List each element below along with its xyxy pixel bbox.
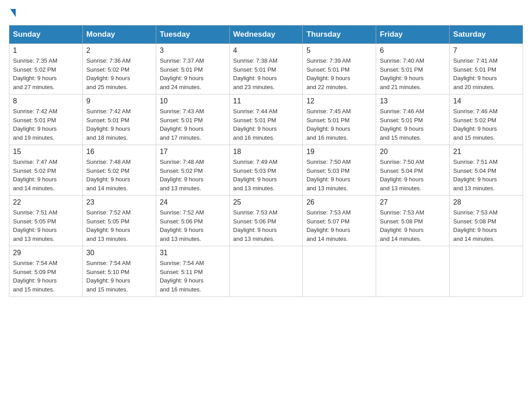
calendar-header-row: SundayMondayTuesdayWednesdayThursdayFrid… xyxy=(9,26,523,44)
calendar-week-row: 29 Sunrise: 7:54 AM Sunset: 5:09 PM Dayl… xyxy=(9,246,523,297)
day-info: Sunrise: 7:54 AM Sunset: 5:10 PM Dayligh… xyxy=(86,259,152,294)
day-info: Sunrise: 7:51 AM Sunset: 5:04 PM Dayligh… xyxy=(453,158,519,193)
calendar-cell: 26 Sunrise: 7:53 AM Sunset: 5:07 PM Dayl… xyxy=(303,196,376,246)
calendar-cell: 12 Sunrise: 7:45 AM Sunset: 5:01 PM Dayl… xyxy=(303,94,376,145)
calendar-cell: 21 Sunrise: 7:51 AM Sunset: 5:04 PM Dayl… xyxy=(450,145,523,196)
calendar-cell xyxy=(376,246,450,297)
day-info: Sunrise: 7:51 AM Sunset: 5:05 PM Dayligh… xyxy=(13,208,79,243)
calendar-week-row: 8 Sunrise: 7:42 AM Sunset: 5:01 PM Dayli… xyxy=(9,94,523,145)
calendar-cell: 14 Sunrise: 7:46 AM Sunset: 5:02 PM Dayl… xyxy=(450,94,523,145)
day-info: Sunrise: 7:54 AM Sunset: 5:09 PM Dayligh… xyxy=(13,259,79,294)
day-number: 17 xyxy=(160,148,226,156)
calendar-cell: 18 Sunrise: 7:49 AM Sunset: 5:03 PM Dayl… xyxy=(229,145,303,196)
day-info: Sunrise: 7:48 AM Sunset: 5:02 PM Dayligh… xyxy=(160,158,226,193)
day-info: Sunrise: 7:49 AM Sunset: 5:03 PM Dayligh… xyxy=(233,158,299,193)
day-number: 10 xyxy=(160,97,226,105)
day-number: 6 xyxy=(380,47,446,55)
day-info: Sunrise: 7:46 AM Sunset: 5:01 PM Dayligh… xyxy=(380,107,446,142)
day-info: Sunrise: 7:38 AM Sunset: 5:01 PM Dayligh… xyxy=(233,56,299,91)
calendar-cell: 3 Sunrise: 7:37 AM Sunset: 5:01 PM Dayli… xyxy=(156,44,229,94)
day-number: 11 xyxy=(233,97,299,105)
day-info: Sunrise: 7:53 AM Sunset: 5:07 PM Dayligh… xyxy=(306,208,372,243)
day-number: 21 xyxy=(453,148,519,156)
calendar-cell: 29 Sunrise: 7:54 AM Sunset: 5:09 PM Dayl… xyxy=(9,246,83,297)
logo-triangle-icon xyxy=(10,9,16,17)
calendar-cell: 11 Sunrise: 7:44 AM Sunset: 5:01 PM Dayl… xyxy=(229,94,303,145)
day-info: Sunrise: 7:43 AM Sunset: 5:01 PM Dayligh… xyxy=(160,107,226,142)
day-number: 25 xyxy=(233,198,299,206)
day-number: 5 xyxy=(306,47,372,55)
day-info: Sunrise: 7:41 AM Sunset: 5:01 PM Dayligh… xyxy=(453,56,519,91)
day-number: 3 xyxy=(160,47,226,55)
calendar-cell: 20 Sunrise: 7:50 AM Sunset: 5:04 PM Dayl… xyxy=(376,145,450,196)
day-info: Sunrise: 7:36 AM Sunset: 5:02 PM Dayligh… xyxy=(86,56,152,91)
calendar-cell xyxy=(303,246,376,297)
day-info: Sunrise: 7:40 AM Sunset: 5:01 PM Dayligh… xyxy=(380,56,446,91)
calendar-cell: 28 Sunrise: 7:53 AM Sunset: 5:08 PM Dayl… xyxy=(450,196,523,246)
weekday-header-saturday: Saturday xyxy=(450,26,523,44)
day-number: 9 xyxy=(86,97,152,105)
day-info: Sunrise: 7:39 AM Sunset: 5:01 PM Dayligh… xyxy=(306,56,372,91)
day-number: 30 xyxy=(86,249,152,257)
day-info: Sunrise: 7:46 AM Sunset: 5:02 PM Dayligh… xyxy=(453,107,519,142)
calendar-week-row: 1 Sunrise: 7:35 AM Sunset: 5:02 PM Dayli… xyxy=(9,44,523,94)
day-info: Sunrise: 7:42 AM Sunset: 5:01 PM Dayligh… xyxy=(86,107,152,142)
calendar-cell: 8 Sunrise: 7:42 AM Sunset: 5:01 PM Dayli… xyxy=(9,94,83,145)
day-number: 15 xyxy=(13,148,79,156)
day-number: 16 xyxy=(86,148,152,156)
day-info: Sunrise: 7:52 AM Sunset: 5:06 PM Dayligh… xyxy=(160,208,226,243)
calendar-cell: 19 Sunrise: 7:50 AM Sunset: 5:03 PM Dayl… xyxy=(303,145,376,196)
weekday-header-sunday: Sunday xyxy=(9,26,83,44)
day-number: 27 xyxy=(380,198,446,206)
day-number: 8 xyxy=(13,97,79,105)
day-info: Sunrise: 7:53 AM Sunset: 5:06 PM Dayligh… xyxy=(233,208,299,243)
calendar-cell: 31 Sunrise: 7:54 AM Sunset: 5:11 PM Dayl… xyxy=(156,246,229,297)
day-info: Sunrise: 7:53 AM Sunset: 5:08 PM Dayligh… xyxy=(453,208,519,243)
calendar-cell: 10 Sunrise: 7:43 AM Sunset: 5:01 PM Dayl… xyxy=(156,94,229,145)
day-number: 28 xyxy=(453,198,519,206)
day-number: 19 xyxy=(306,148,372,156)
calendar-week-row: 15 Sunrise: 7:47 AM Sunset: 5:02 PM Dayl… xyxy=(9,145,523,196)
logo xyxy=(9,9,16,16)
day-number: 14 xyxy=(453,97,519,105)
day-number: 7 xyxy=(453,47,519,55)
day-info: Sunrise: 7:45 AM Sunset: 5:01 PM Dayligh… xyxy=(306,107,372,142)
day-number: 1 xyxy=(13,47,79,55)
calendar-cell: 17 Sunrise: 7:48 AM Sunset: 5:02 PM Dayl… xyxy=(156,145,229,196)
calendar-cell: 30 Sunrise: 7:54 AM Sunset: 5:10 PM Dayl… xyxy=(82,246,156,297)
day-number: 31 xyxy=(160,249,226,257)
day-info: Sunrise: 7:44 AM Sunset: 5:01 PM Dayligh… xyxy=(233,107,299,142)
calendar-cell: 2 Sunrise: 7:36 AM Sunset: 5:02 PM Dayli… xyxy=(82,44,156,94)
weekday-header-friday: Friday xyxy=(376,26,450,44)
weekday-header-tuesday: Tuesday xyxy=(156,26,229,44)
calendar-week-row: 22 Sunrise: 7:51 AM Sunset: 5:05 PM Dayl… xyxy=(9,196,523,246)
day-info: Sunrise: 7:52 AM Sunset: 5:05 PM Dayligh… xyxy=(86,208,152,243)
day-info: Sunrise: 7:54 AM Sunset: 5:11 PM Dayligh… xyxy=(160,259,226,294)
page-header xyxy=(9,9,523,16)
calendar-cell: 4 Sunrise: 7:38 AM Sunset: 5:01 PM Dayli… xyxy=(229,44,303,94)
day-number: 4 xyxy=(233,47,299,55)
calendar-cell: 25 Sunrise: 7:53 AM Sunset: 5:06 PM Dayl… xyxy=(229,196,303,246)
day-info: Sunrise: 7:47 AM Sunset: 5:02 PM Dayligh… xyxy=(13,158,79,193)
calendar-cell: 15 Sunrise: 7:47 AM Sunset: 5:02 PM Dayl… xyxy=(9,145,83,196)
day-number: 20 xyxy=(380,148,446,156)
weekday-header-thursday: Thursday xyxy=(303,26,376,44)
calendar-cell xyxy=(450,246,523,297)
calendar-cell: 24 Sunrise: 7:52 AM Sunset: 5:06 PM Dayl… xyxy=(156,196,229,246)
calendar-cell: 23 Sunrise: 7:52 AM Sunset: 5:05 PM Dayl… xyxy=(82,196,156,246)
day-info: Sunrise: 7:35 AM Sunset: 5:02 PM Dayligh… xyxy=(13,56,79,91)
calendar-cell: 5 Sunrise: 7:39 AM Sunset: 5:01 PM Dayli… xyxy=(303,44,376,94)
day-info: Sunrise: 7:50 AM Sunset: 5:03 PM Dayligh… xyxy=(306,158,372,193)
calendar-table: SundayMondayTuesdayWednesdayThursdayFrid… xyxy=(9,25,523,297)
calendar-cell: 16 Sunrise: 7:48 AM Sunset: 5:02 PM Dayl… xyxy=(82,145,156,196)
day-info: Sunrise: 7:48 AM Sunset: 5:02 PM Dayligh… xyxy=(86,158,152,193)
day-number: 26 xyxy=(306,198,372,206)
day-number: 18 xyxy=(233,148,299,156)
weekday-header-wednesday: Wednesday xyxy=(229,26,303,44)
day-number: 22 xyxy=(13,198,79,206)
calendar-cell xyxy=(229,246,303,297)
calendar-cell: 22 Sunrise: 7:51 AM Sunset: 5:05 PM Dayl… xyxy=(9,196,83,246)
day-number: 2 xyxy=(86,47,152,55)
day-info: Sunrise: 7:50 AM Sunset: 5:04 PM Dayligh… xyxy=(380,158,446,193)
day-info: Sunrise: 7:53 AM Sunset: 5:08 PM Dayligh… xyxy=(380,208,446,243)
